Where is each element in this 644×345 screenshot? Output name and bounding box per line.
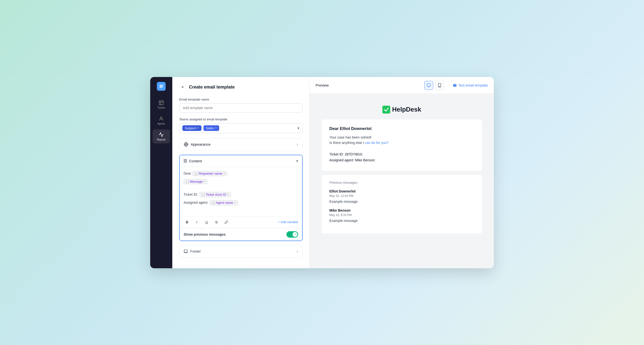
mobile-icon — [437, 83, 442, 87]
footer-chevron: › — [297, 249, 298, 254]
test-email-button[interactable]: Test email template — [453, 83, 488, 87]
team-tag-sales-close[interactable]: × — [215, 126, 217, 130]
ticket-id-text: Ticket ID: — [184, 192, 198, 196]
prev-messages-toggle[interactable] — [286, 231, 298, 238]
agent-field: Assigned agent: Mike Benson — [329, 158, 474, 162]
content-line-4: Assigned agent: { } Agent name × — [184, 200, 298, 205]
right-panel: Preview — [310, 77, 494, 268]
variable-message-close[interactable]: × — [204, 180, 206, 183]
footer-label: Footer — [190, 249, 201, 253]
sidebar-logo — [157, 82, 166, 91]
link-button[interactable] — [223, 219, 230, 226]
teams-group: Teams assigned to email template Support… — [179, 117, 302, 133]
template-name-group: Email template name — [179, 98, 302, 113]
main-content: × Create email template Email template n… — [172, 77, 494, 268]
preview-logo: HelpDesk — [322, 106, 482, 113]
email-body: Your case has been solved! Is there anyt… — [329, 135, 474, 146]
content-label: Content — [189, 159, 202, 163]
template-name-input[interactable] — [179, 103, 302, 113]
footer-section: Footer › — [179, 245, 302, 258]
svg-point-4 — [185, 144, 187, 145]
agents-label: Agents — [157, 122, 165, 125]
tickets-label: Tickets — [157, 106, 165, 109]
variable-agent-name-close[interactable]: × — [234, 201, 236, 204]
strikethrough-button[interactable]: S — [213, 219, 220, 226]
svg-rect-9 — [382, 106, 390, 113]
footer-header-left: Footer — [184, 249, 201, 253]
svg-point-8 — [440, 86, 440, 86]
reports-label: Reports — [157, 138, 166, 141]
app-window: Tickets Agents Reports × Create email te… — [150, 77, 494, 268]
sidebar: Tickets Agents Reports — [150, 77, 172, 268]
hamburger-icon — [184, 159, 187, 162]
agents-icon — [158, 116, 164, 121]
preview-logo-text: HelpDesk — [322, 106, 482, 113]
italic-button[interactable]: I — [194, 219, 200, 226]
team-tag-support-close[interactable]: × — [197, 126, 199, 130]
message-content-1: Example message — [329, 200, 474, 204]
prev-messages-card: Previous messages Elliot Downerlot May 1… — [322, 175, 482, 233]
add-variable-button[interactable]: + Add variable — [278, 220, 298, 224]
test-email-label: Test email template — [458, 83, 488, 87]
appearance-header-left: Appearance — [184, 142, 210, 147]
email-link[interactable]: can do for you? — [365, 141, 389, 145]
panel-header: × Create email template — [179, 84, 302, 91]
svg-rect-5 — [184, 250, 187, 253]
desktop-icon — [426, 83, 431, 87]
email-icon — [453, 83, 457, 87]
preview-email-container: HelpDesk Dear Elliot Downerlot Your case… — [316, 100, 488, 240]
mobile-device-button[interactable] — [435, 81, 444, 90]
svg-rect-6 — [427, 84, 431, 86]
email-body-line1: Your case has been solved! — [329, 135, 474, 140]
desktop-device-button[interactable] — [424, 81, 433, 90]
message-sender-1: Elliot Downerlot — [329, 189, 474, 193]
team-tag-sales: Sales × — [204, 125, 220, 131]
bold-button[interactable]: B — [184, 219, 190, 226]
message-sender-2: Mike Benson — [329, 208, 474, 212]
content-line-3: Ticket ID: { } Ticket short ID × — [184, 192, 298, 197]
previous-messages-row: Show previous messages — [180, 228, 302, 241]
dear-text: Dear — [184, 171, 191, 175]
variable-ticket-short-id: { } Ticket short ID × — [200, 192, 231, 197]
svg-rect-1 — [159, 100, 164, 105]
content-line-1: Dear { } Requester name × — [184, 171, 298, 176]
email-greeting: Dear Elliot Downerlot — [329, 126, 474, 131]
preview-title: Preview — [316, 83, 420, 87]
team-tag-support-label: Support — [185, 126, 196, 130]
prev-messages-label: Show previous messages — [184, 232, 226, 236]
template-name-label: Email template name — [179, 98, 302, 101]
main-email-card: Dear Elliot Downerlot Your case has been… — [322, 119, 482, 171]
assigned-agent-text: Assigned agent: — [184, 201, 208, 205]
content-body: Dear { } Requester name × { } Message × — [180, 167, 302, 216]
teams-dropdown-arrow: ▾ — [298, 126, 300, 130]
teams-dropdown[interactable]: Support × Sales × ▾ — [179, 123, 302, 133]
message-time-2: May 10, 9:33 PM — [329, 213, 474, 217]
content-chevron: ▾ — [296, 159, 298, 163]
helpdesk-text: HelpDesk — [392, 106, 422, 113]
ticket-id-field: Ticket ID: 287DY8GG — [329, 152, 474, 156]
variable-ticket-short-id-close[interactable]: × — [227, 193, 229, 196]
close-button[interactable]: × — [179, 84, 186, 91]
email-body-line2: Is there anything else I can do for you? — [329, 140, 474, 145]
variable-requester-name-close[interactable]: × — [223, 172, 225, 175]
left-panel: × Create email template Email template n… — [172, 77, 310, 268]
svg-point-2 — [160, 117, 162, 118]
preview-header: Preview — [310, 77, 494, 94]
sidebar-item-tickets[interactable]: Tickets — [153, 98, 170, 112]
content-header-left: Content — [184, 159, 202, 163]
team-tag-support: Support × — [182, 125, 202, 131]
content-section: Content ▾ Dear { } Requester name × — [179, 155, 302, 241]
sidebar-item-agents[interactable]: Agents — [153, 113, 170, 127]
tickets-icon — [158, 100, 164, 105]
footer-header[interactable]: Footer › — [180, 245, 302, 258]
team-tag-sales-label: Sales — [206, 126, 214, 130]
content-header[interactable]: Content ▾ — [180, 155, 302, 167]
appearance-header[interactable]: Appearance › — [180, 138, 302, 151]
reports-icon — [158, 132, 164, 137]
underline-button[interactable]: U — [203, 219, 210, 226]
appearance-label: Appearance — [191, 142, 210, 146]
sidebar-item-reports[interactable]: Reports — [153, 129, 170, 143]
message-content-2: Example message — [329, 219, 474, 223]
teams-label: Teams assigned to email template — [179, 117, 302, 121]
appearance-section: Appearance › — [179, 138, 302, 151]
